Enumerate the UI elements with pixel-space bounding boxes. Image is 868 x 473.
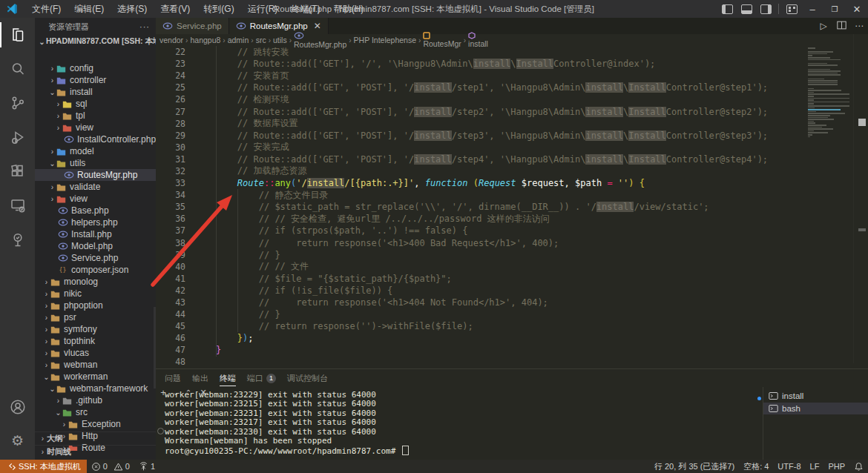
breadcrumb-item-admin[interactable]: admin <box>228 36 249 44</box>
tree-item-webman[interactable]: ›webman <box>35 359 156 371</box>
close-button[interactable]: ✕ <box>846 0 868 18</box>
minimize-button[interactable]: – <box>801 0 823 18</box>
terminal-output[interactable]: worker[webman:23229] exit with status 64… <box>156 387 772 460</box>
tree-item-install-php[interactable]: Install.php <box>35 228 156 240</box>
toggle-sidebar-icon[interactable] <box>717 0 737 18</box>
folder-icon <box>50 301 61 310</box>
tree-item-base-php[interactable]: Base.php <box>35 205 156 216</box>
indentation-setting[interactable]: 空格: 4 <box>739 460 773 473</box>
tree-item--github[interactable]: ›.github <box>35 394 156 406</box>
tree-item-nikic[interactable]: ›nikic <box>35 288 156 300</box>
tree-item-exception[interactable]: ›Exception <box>35 418 156 430</box>
menu-help[interactable]: 帮助(H) <box>327 0 371 18</box>
code-editor[interactable]: 22 // 跳转安装23 // Route::add(['GET'], '/',… <box>156 46 805 368</box>
customize-layout-icon[interactable] <box>782 0 801 18</box>
menu-selection[interactable]: 选择(S) <box>111 0 154 18</box>
explorer-more-actions-icon[interactable]: ··· <box>139 22 150 31</box>
tree-item-service-php[interactable]: Service.php <box>35 252 156 264</box>
notifications-bell-icon[interactable] <box>849 460 868 473</box>
cursor-position[interactable]: 行 20, 列 35 (已选择7) <box>650 460 739 473</box>
problems-status[interactable]: 0 0 <box>87 460 134 473</box>
toggle-secondary-sidebar-icon[interactable] <box>756 0 775 18</box>
panel-tab-端口[interactable]: 端口1 <box>247 369 276 387</box>
tree-item-model-php[interactable]: Model.php <box>35 240 156 252</box>
tree-item-vlucas[interactable]: ›vlucas <box>35 347 156 359</box>
tree-item-workerman[interactable]: ⌄workerman <box>35 371 156 383</box>
tree-item-model[interactable]: ›model <box>35 145 156 157</box>
tree-item-controller[interactable]: ›controller <box>35 74 156 86</box>
panel-tab-问题[interactable]: 问题 <box>165 369 181 387</box>
tree-item-install[interactable]: ⌄install <box>35 86 156 98</box>
tree-item-webman-framework[interactable]: ⌄webman-framework <box>35 383 156 394</box>
menu-view[interactable]: 查看(V) <box>154 0 197 18</box>
tree-item-validate[interactable]: ›validate <box>35 181 156 193</box>
activity-todo-tree-icon[interactable] <box>0 222 35 257</box>
activity-remote-explorer-icon[interactable] <box>0 188 35 222</box>
section-label: 大纲 <box>47 433 63 444</box>
split-editor-icon[interactable] <box>832 21 850 32</box>
activity-source-control-icon[interactable] <box>0 86 35 120</box>
restore-button[interactable]: ❐ <box>823 0 846 18</box>
toggle-panel-icon[interactable] <box>737 0 756 18</box>
php-file-icon <box>64 135 74 144</box>
terminal-instance-install[interactable]: install <box>763 390 868 403</box>
tree-item-psr[interactable]: ›psr <box>35 311 156 323</box>
tree-item-view[interactable]: ›view <box>35 122 156 133</box>
menu-file[interactable]: 文件(F) <box>25 0 68 18</box>
panel-tab-输出[interactable]: 输出 <box>192 369 208 387</box>
tree-item-label: validate <box>70 182 100 192</box>
ports-status[interactable]: 1 <box>134 460 160 473</box>
breadcrumb-item-utils[interactable]: utils <box>273 36 287 44</box>
terminal-instance-bash[interactable]: bash <box>763 403 868 415</box>
tree-item-config[interactable]: ›config <box>35 62 156 74</box>
activity-account-icon[interactable] <box>0 390 35 424</box>
eol-setting[interactable]: LF <box>806 460 824 473</box>
remote-indicator[interactable]: SSH: 本地虚拟机 <box>0 460 87 473</box>
tree-item-symfony[interactable]: ›symfony <box>35 323 156 335</box>
tree-item-tpl[interactable]: ›tpl <box>35 110 156 122</box>
run-debug-icon[interactable]: ▷ <box>815 21 832 31</box>
panel-tab-终端[interactable]: 终端 <box>220 369 236 387</box>
encoding-setting[interactable]: UTF-8 <box>773 460 805 473</box>
workspace-section-header[interactable]: ⌄ HPADMIN8787.COM [SSH: 本地虚拟机] <box>35 36 156 47</box>
timeline-section[interactable]: ›时间线 <box>35 445 156 458</box>
terminal-prompt[interactable]: root@cyu100235-PC:/www/wwwroot/hpadmin87… <box>165 446 772 456</box>
tree-item-src[interactable]: ⌄src <box>35 406 156 418</box>
menu-go[interactable]: 转到(G) <box>197 0 240 18</box>
minimap-line <box>808 82 838 84</box>
tree-item-view[interactable]: ›view <box>35 193 156 205</box>
tree-item-phpoption[interactable]: ›phpoption <box>35 300 156 311</box>
menu-run[interactable]: 运行(R) <box>241 0 285 18</box>
activity-settings-gear-icon[interactable]: ⚙ <box>0 424 35 458</box>
tree-item-helpers-php[interactable]: helpers.php <box>35 216 156 228</box>
activity-search-icon[interactable] <box>0 52 35 86</box>
activity-run-debug-icon[interactable] <box>0 120 35 154</box>
breadcrumb-item-src[interactable]: src <box>256 36 266 44</box>
line-number: 24 <box>156 70 194 81</box>
close-tab-icon[interactable]: ✕ <box>314 21 321 31</box>
chevron-right-icon: › <box>42 349 50 357</box>
menu-edit[interactable]: 编辑(E) <box>68 0 111 18</box>
panel-tab-调试控制台[interactable]: 调试控制台 <box>287 369 328 387</box>
activity-extensions-icon[interactable] <box>0 154 35 188</box>
breadcrumb-item-vendor[interactable]: vendor <box>160 36 183 44</box>
breadcrumb-item-hangpu8[interactable]: hangpu8 <box>190 36 220 44</box>
tree-item-sql[interactable]: ›sql <box>35 98 156 110</box>
language-mode[interactable]: PHP <box>823 460 849 473</box>
tab-service-php[interactable]: Service.php <box>156 18 229 34</box>
menu-terminal[interactable]: 终端(T) <box>284 0 326 18</box>
error-icon <box>91 462 101 472</box>
more-actions-icon[interactable]: ⋯ <box>850 21 868 31</box>
tree-item-utils[interactable]: ⌄utils <box>35 157 156 169</box>
tree-item-installcontroller-php[interactable]: InstallController.php <box>35 133 156 145</box>
line-number: 25 <box>156 82 194 93</box>
tree-item-topthink[interactable]: ›topthink <box>35 335 156 347</box>
activity-explorer-icon[interactable] <box>0 18 35 52</box>
outline-section[interactable]: ›大纲 <box>35 431 156 445</box>
minimap[interactable] <box>805 46 852 365</box>
tree-item-monolog[interactable]: ›monolog <box>35 276 156 288</box>
tree-item-routesmgr-php[interactable]: RoutesMgr.php <box>35 169 156 181</box>
breadcrumb-item-php-intelephense[interactable]: PHP Intelephense <box>354 36 416 44</box>
breadcrumb[interactable]: vendor›hangpu8›admin›src›utils›RoutesMgr… <box>156 34 868 46</box>
tree-item-composer-json[interactable]: {}composer.json <box>35 264 156 276</box>
